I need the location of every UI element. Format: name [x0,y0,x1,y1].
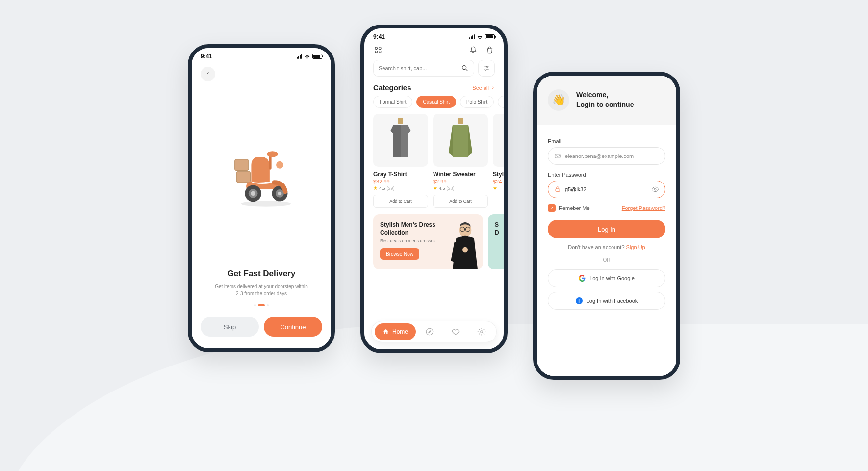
see-all-link[interactable]: See all [472,85,495,91]
nav-settings[interactable] [469,327,493,336]
back-button[interactable] [201,67,215,81]
category-chip[interactable]: Formal Shirt [373,96,412,108]
skip-button[interactable]: Skip [201,317,259,337]
nav-explore[interactable] [418,327,442,336]
cart-icon[interactable] [485,45,495,55]
product-price: $24. [493,179,504,184]
promo-banner[interactable]: Stylish Men's Dress Collection Best deal… [373,214,483,269]
svg-point-31 [427,328,434,335]
email-input[interactable] [565,153,659,159]
add-to-cart-button[interactable]: Add to Cart [433,195,488,208]
google-login-button[interactable]: Log In with Google [548,269,665,287]
eye-icon[interactable] [651,185,659,193]
signup-prompt: Don't have an account? Sign Up [548,244,665,250]
status-time: 9:41 [201,53,212,60]
password-field[interactable] [548,181,665,198]
notification-icon[interactable] [468,45,478,55]
heart-icon [451,327,460,336]
svg-rect-25 [458,118,463,124]
product-image [373,114,428,167]
svg-rect-15 [379,47,382,50]
bottom-nav: Home [371,321,497,342]
svg-line-19 [466,69,467,71]
category-chip[interactable]: Casual Shirt [416,96,456,108]
svg-point-32 [480,331,483,333]
wave-emoji-icon: 👋 [548,89,569,111]
product-name: Gray T-Shirt [373,171,428,178]
svg-rect-1 [236,171,250,183]
star-icon: ★ [433,185,437,191]
wifi-icon [304,54,310,59]
continue-button[interactable]: Continue [264,317,322,337]
product-price: $2.99 [433,179,488,184]
chevron-right-icon [491,86,495,90]
home-icon [383,328,389,335]
google-icon [579,275,586,282]
menu-grid-icon[interactable] [373,45,383,55]
svg-point-9 [251,191,255,196]
search-field[interactable] [379,65,457,71]
banner-person-image [441,220,483,269]
status-time: 9:41 [373,33,385,40]
gear-icon [477,327,486,336]
email-label: Email [548,138,665,144]
category-chip[interactable]: Sle [498,96,504,108]
star-icon: ★ [373,185,378,191]
product-rating: ★4.5(29) [373,185,428,191]
nav-home[interactable]: Home [375,323,416,340]
product-card[interactable]: Gray T-Shirt $32.99 ★4.5(29) Add to Cart [373,114,428,208]
remember-me-checkbox[interactable]: ✓ Remeber Me [548,204,590,212]
category-chip[interactable]: Polo Shirt [460,96,494,108]
product-rating: ★ [493,185,504,191]
svg-point-35 [654,188,656,190]
banner-title: Stylish Men's Dress Collection [380,221,439,236]
battery-icon [312,54,322,59]
svg-rect-33 [555,154,561,158]
password-label: Enter Password [548,172,665,178]
svg-point-13 [241,201,291,206]
product-card[interactable]: Winter Sweater $2.99 ★4.5(28) Add to Car… [433,114,488,208]
product-name: Winter Sweater [433,171,488,178]
signal-icon [469,34,475,39]
forgot-password-link[interactable]: Forget Password? [622,205,665,211]
facebook-login-button[interactable]: f Log In with Facebook [548,292,665,310]
search-icon [461,64,469,72]
home-phone: 9:41 [360,25,508,353]
product-image [433,114,488,167]
status-bar: 9:41 [192,48,331,62]
filter-button[interactable] [478,60,495,77]
scooter-illustration [225,135,298,213]
search-input[interactable] [373,60,474,77]
svg-point-23 [485,69,486,70]
compass-icon [425,327,434,336]
signup-link[interactable]: Sign Up [626,244,645,250]
battery-icon [485,34,495,39]
svg-rect-4 [269,155,272,170]
email-field[interactable] [548,147,665,165]
product-rating: ★4.5(28) [433,185,488,191]
svg-point-6 [276,161,283,169]
star-icon: ★ [493,185,497,191]
nav-favorites[interactable] [444,327,468,336]
mail-icon [554,153,561,159]
svg-point-18 [462,66,466,70]
login-phone: 👋 Welcome, Login to continue Email Enter… [533,72,680,380]
password-input[interactable] [565,186,647,192]
promo-banner[interactable]: SD [488,214,504,269]
svg-point-5 [267,151,278,157]
browse-button[interactable]: Browse Now [380,248,419,260]
login-button[interactable]: Log In [548,220,665,238]
categories-title: Categories [373,83,411,92]
status-bar: 9:41 [364,28,504,42]
product-name: Styli [493,171,504,178]
banner-title: SD [495,221,504,236]
svg-rect-24 [398,118,403,124]
onboarding-subtitle: Get items delivered at your doorstep wit… [192,279,331,297]
onboarding-title: Get Fast Delivery [192,269,331,279]
add-to-cart-button[interactable]: Add to Cart [373,195,428,208]
svg-point-12 [278,192,282,196]
product-card[interactable]: Styli $24. ★ [493,114,504,208]
svg-rect-0 [235,159,249,171]
svg-point-21 [486,66,488,68]
svg-point-14 [375,47,378,50]
